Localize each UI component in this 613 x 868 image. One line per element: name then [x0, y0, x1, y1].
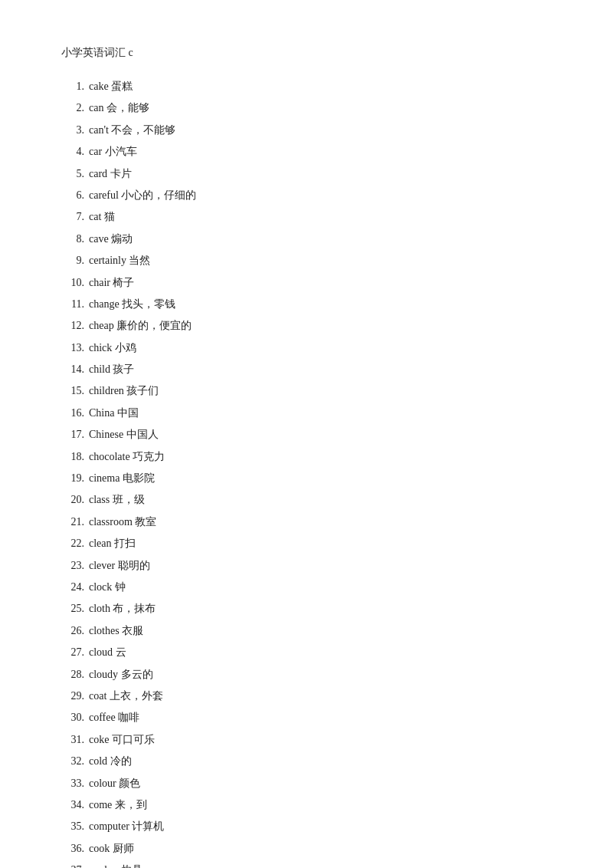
- item-number: 4.: [61, 143, 89, 160]
- item-number: 34.: [61, 797, 89, 814]
- list-item: 36.cook 厨师: [61, 840, 552, 857]
- list-item: 4.car 小汽车: [61, 143, 552, 160]
- item-content: certainly 当然: [89, 252, 552, 269]
- item-content: coke 可口可乐: [89, 732, 552, 748]
- list-item: 21.classroom 教室: [61, 514, 552, 531]
- list-item: 34.come 来，到: [61, 797, 552, 814]
- item-number: 15.: [61, 383, 89, 399]
- item-number: 1.: [61, 78, 89, 95]
- item-number: 25.: [61, 600, 89, 617]
- item-content: computer 计算机: [89, 818, 552, 835]
- item-number: 36.: [61, 840, 89, 857]
- item-number: 9.: [61, 252, 89, 269]
- list-item: 31.coke 可口可乐: [61, 732, 552, 748]
- list-item: 26.clothes 衣服: [61, 623, 552, 639]
- item-content: colour 颜色: [89, 775, 552, 792]
- item-number: 14.: [61, 361, 89, 378]
- vocabulary-list: 1.cake 蛋糕2.can 会，能够3.can't 不会，不能够4.car 小…: [61, 78, 552, 868]
- item-number: 31.: [61, 732, 89, 748]
- item-content: China 中国: [89, 405, 552, 422]
- item-number: 29.: [61, 688, 89, 705]
- item-content: cloth 布，抹布: [89, 600, 552, 617]
- list-item: 30.coffee 咖啡: [61, 709, 552, 726]
- list-item: 16.China 中国: [61, 405, 552, 422]
- item-number: 3.: [61, 122, 89, 139]
- item-number: 35.: [61, 818, 89, 835]
- list-item: 12.cheap 廉价的，便宜的: [61, 317, 552, 334]
- item-content: coffee 咖啡: [89, 709, 552, 726]
- item-number: 16.: [61, 405, 89, 422]
- list-item: 20.class 班，级: [61, 492, 552, 508]
- item-number: 27.: [61, 644, 89, 661]
- list-item: 22.clean 打扫: [61, 535, 552, 552]
- item-content: careful 小心的，仔细的: [89, 187, 552, 204]
- list-item: 29.coat 上衣，外套: [61, 688, 552, 705]
- list-item: 6.careful 小心的，仔细的: [61, 187, 552, 204]
- list-item: 37.cooker 炊具: [61, 862, 552, 868]
- item-content: come 来，到: [89, 797, 552, 814]
- item-content: children 孩子们: [89, 383, 552, 399]
- item-number: 2.: [61, 100, 89, 117]
- item-content: card 卡片: [89, 166, 552, 182]
- item-content: clothes 衣服: [89, 623, 552, 639]
- item-content: cloudy 多云的: [89, 666, 552, 683]
- item-number: 8.: [61, 231, 89, 248]
- item-content: cinema 电影院: [89, 470, 552, 487]
- item-content: clever 聪明的: [89, 557, 552, 574]
- list-item: 10.chair 椅子: [61, 275, 552, 291]
- list-item: 14.child 孩子: [61, 361, 552, 378]
- item-content: car 小汽车: [89, 143, 552, 160]
- list-item: 9.certainly 当然: [61, 252, 552, 269]
- item-content: clean 打扫: [89, 535, 552, 552]
- item-number: 24.: [61, 579, 89, 596]
- item-content: child 孩子: [89, 361, 552, 378]
- list-item: 2.can 会，能够: [61, 100, 552, 117]
- item-number: 11.: [61, 296, 89, 313]
- item-number: 26.: [61, 623, 89, 639]
- item-number: 12.: [61, 317, 89, 334]
- item-number: 20.: [61, 492, 89, 508]
- list-item: 28.cloudy 多云的: [61, 666, 552, 683]
- item-content: cheap 廉价的，便宜的: [89, 317, 552, 334]
- list-item: 27.cloud 云: [61, 644, 552, 661]
- item-number: 6.: [61, 187, 89, 204]
- list-item: 35.computer 计算机: [61, 818, 552, 835]
- item-content: cat 猫: [89, 209, 552, 225]
- item-content: chick 小鸡: [89, 340, 552, 357]
- item-content: Chinese 中国人: [89, 426, 552, 443]
- item-number: 21.: [61, 514, 89, 531]
- item-number: 33.: [61, 775, 89, 792]
- list-item: 24.clock 钟: [61, 579, 552, 596]
- list-item: 1.cake 蛋糕: [61, 78, 552, 95]
- item-content: cake 蛋糕: [89, 78, 552, 95]
- item-content: coat 上衣，外套: [89, 688, 552, 705]
- item-number: 18.: [61, 449, 89, 465]
- item-content: chocolate 巧克力: [89, 449, 552, 465]
- item-number: 22.: [61, 535, 89, 552]
- item-content: can 会，能够: [89, 100, 552, 117]
- item-number: 19.: [61, 470, 89, 487]
- list-item: 25.cloth 布，抹布: [61, 600, 552, 617]
- item-content: classroom 教室: [89, 514, 552, 531]
- list-item: 11.change 找头，零钱: [61, 296, 552, 313]
- item-content: cooker 炊具: [89, 862, 552, 868]
- list-item: 3.can't 不会，不能够: [61, 122, 552, 139]
- item-content: change 找头，零钱: [89, 296, 552, 313]
- item-number: 13.: [61, 340, 89, 357]
- list-item: 15.children 孩子们: [61, 383, 552, 399]
- item-content: can't 不会，不能够: [89, 122, 552, 139]
- item-number: 10.: [61, 275, 89, 291]
- item-number: 30.: [61, 709, 89, 726]
- list-item: 17.Chinese 中国人: [61, 426, 552, 443]
- item-content: cold 冷的: [89, 753, 552, 770]
- item-number: 23.: [61, 557, 89, 574]
- item-number: 7.: [61, 209, 89, 225]
- item-content: cave 煽动: [89, 231, 552, 248]
- list-item: 8.cave 煽动: [61, 231, 552, 248]
- item-number: 5.: [61, 166, 89, 182]
- list-item: 32.cold 冷的: [61, 753, 552, 770]
- list-item: 13.chick 小鸡: [61, 340, 552, 357]
- item-number: 37.: [61, 862, 89, 868]
- item-content: cook 厨师: [89, 840, 552, 857]
- list-item: 19.cinema 电影院: [61, 470, 552, 487]
